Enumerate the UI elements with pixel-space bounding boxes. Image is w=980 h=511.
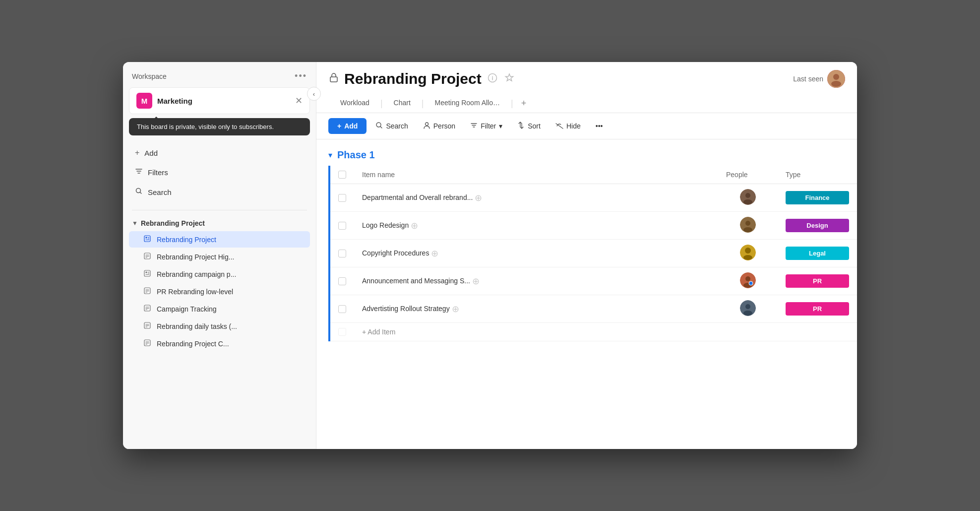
filter-icon [135,167,143,177]
row-checkbox[interactable] [338,250,346,257]
search-label: Search [148,188,172,196]
table-row: Departmental and Overall rebrand... ⊕ [330,184,857,212]
board-icon [143,253,152,261]
nav-item-label: Rebranding campaign p... [157,270,236,278]
filters-button[interactable]: Filters [132,163,307,181]
hide-icon [555,122,563,130]
comment-button[interactable]: ⊕ [431,248,438,259]
board-icon4 [143,322,152,330]
filter-chevron-icon: ▾ [499,122,502,130]
row-checkbox[interactable] [338,277,346,285]
row-checkbox[interactable] [338,194,346,202]
sidebar-item-campaign-tracking[interactable]: Campaign Tracking [129,301,310,317]
search-button[interactable]: Search [132,183,307,201]
sidebar-item-rebranding-high[interactable]: Rebranding Project Hig... [129,249,310,265]
row-2-people [718,212,778,240]
select-all-checkbox[interactable] [338,171,346,179]
row-2-type: Design [778,212,857,240]
row-4-type: PR [778,267,857,295]
tab-add-button[interactable]: + [514,94,534,113]
sidebar-actions: + Add Filters Search [123,140,316,205]
marketing-close-button[interactable]: ✕ [295,95,303,106]
hide-toolbar-button[interactable]: Hide [550,119,587,134]
row-4-people [718,267,778,295]
info-icon[interactable] [487,72,498,86]
row-1-check[interactable] [330,184,354,212]
comment-button[interactable]: ⊕ [472,276,480,287]
person-toolbar-label: Person [433,122,455,130]
filter-toolbar-button[interactable]: Filter ▾ [464,118,508,134]
nav-item-label: Rebranding daily tasks (... [157,322,237,330]
type-badge: PR [786,302,849,316]
sidebar-item-rebranding-project-c[interactable]: Rebranding Project C... [129,335,310,352]
search-toolbar-button[interactable]: Search [369,118,414,134]
row-4-check[interactable] [330,267,354,295]
tab-sep-3: | [510,98,514,109]
svg-point-53 [743,311,752,316]
row-3-check[interactable] [330,240,354,267]
search-toolbar-label: Search [386,122,408,130]
row-2-name: Logo Redesign ⊕ [354,212,718,240]
add-button[interactable]: + Add [132,144,307,161]
tab-workload[interactable]: Workload [330,94,379,113]
filter-toolbar-label: Filter [481,122,496,130]
add-plus-icon: + [337,122,341,130]
workspace-menu-button[interactable]: ••• [295,71,307,81]
sidebar-item-rebranding-campaign[interactable]: Rebranding campaign p... [129,266,310,282]
row-checkbox[interactable] [338,222,346,230]
tabs-row: Workload | Chart | Meeting Room Allo… | … [328,94,845,113]
marketing-row[interactable]: M Marketing ✕ [129,87,310,114]
th-check [330,166,354,184]
search-toolbar-icon [375,122,383,130]
row-2-check[interactable] [330,212,354,240]
svg-point-48 [745,276,750,281]
sidebar-item-rebranding-project[interactable]: Rebranding Project [129,231,310,248]
nav-item-label: Campaign Tracking [157,305,217,313]
more-toolbar-button[interactable]: ••• [590,119,609,133]
phase-title: Phase 1 [337,149,375,161]
type-badge: PR [786,274,849,288]
row-5-name: Advertisting Rollout Strategy ⊕ [354,295,718,323]
sidebar-item-pr-rebranding[interactable]: PR Rebranding low-level [129,283,310,300]
tab-meeting-room[interactable]: Meeting Room Allo… [425,94,510,113]
board-icon3 [143,305,152,313]
svg-point-39 [745,193,750,198]
board-icon2 [143,287,152,296]
comment-button[interactable]: ⊕ [475,192,482,203]
tab-chart[interactable]: Chart [384,94,421,113]
row-checkbox[interactable] [338,305,346,313]
phase-header: ▾ Phase 1 [328,139,857,166]
person-icon [423,122,430,130]
star-icon[interactable] [503,72,515,86]
last-seen-area: Last seen [793,70,845,88]
nav-section-header[interactable]: ▼ Rebranding Project [129,215,310,231]
svg-rect-11 [146,272,147,273]
sidebar-nav: ▼ Rebranding Project Rebranding Project [123,215,316,449]
hide-toolbar-label: Hide [566,122,581,130]
data-table: Item name People Type Departmental and O… [330,166,857,341]
sort-toolbar-button[interactable]: Sort [511,118,547,134]
phase-chevron-icon[interactable]: ▾ [328,150,332,160]
person-toolbar-button[interactable]: Person [417,118,461,134]
sidebar: Workspace ••• M Marketing ✕ This board i… [123,62,316,449]
sidebar-item-rebranding-daily[interactable]: Rebranding daily tasks (... [129,318,310,334]
svg-point-50 [749,281,753,285]
comment-button[interactable]: ⊕ [411,220,418,231]
table-row: Advertisting Rollout Strategy ⊕ [330,295,857,323]
workspace-label: Workspace [132,72,167,80]
filter-toolbar-icon [470,122,478,130]
row-3-name: Copyright Procedures ⊕ [354,240,718,267]
comment-button[interactable]: ⊕ [452,304,459,315]
table-row: Logo Redesign ⊕ D [330,212,857,240]
row-5-check[interactable] [330,295,354,323]
row-3-type: Legal [778,240,857,267]
sidebar-collapse-button[interactable]: ‹ [307,87,321,101]
svg-rect-10 [144,270,150,276]
add-item-check [330,323,354,341]
row-1-people [718,184,778,212]
add-item-row[interactable]: + Add Item [330,323,857,341]
add-item-button[interactable]: + Add [328,118,367,134]
table-wrapper: Item name People Type Departmental and O… [328,166,857,341]
th-type: Type [778,166,857,184]
add-item-label[interactable]: + Add Item [354,323,857,341]
